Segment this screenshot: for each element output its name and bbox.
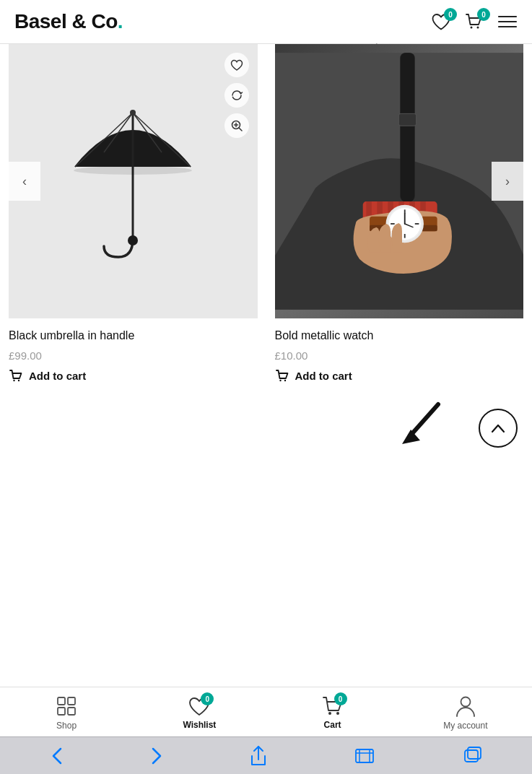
- ios-browser-bar: [0, 736, 532, 774]
- watch-next-button[interactable]: ›: [492, 162, 523, 201]
- svg-rect-58: [465, 750, 478, 762]
- watch-add-to-cart-button[interactable]: Add to cart: [275, 369, 352, 383]
- header: Basel & Co. 0 0: [0, 0, 532, 44]
- nav-cart-button[interactable]: 0 Cart: [308, 695, 358, 730]
- svg-point-46: [284, 380, 285, 381]
- umbrella-prev-button[interactable]: ‹: [9, 162, 40, 201]
- product-grid: ‹ Black umbrella in handle £99.00 Add to…: [0, 44, 532, 397]
- umbrella-price: £99.00: [9, 349, 258, 362]
- logo: Basel & Co.: [14, 10, 123, 33]
- bottom-actions: [0, 397, 532, 455]
- watch-title: Bold metallic watch: [275, 329, 524, 344]
- heart-outline-icon: [230, 59, 243, 71]
- hamburger-icon: [497, 14, 518, 29]
- account-icon-wrap: [455, 695, 476, 718]
- user-icon: [455, 695, 476, 718]
- browser-share-button[interactable]: [243, 739, 274, 773]
- svg-rect-48: [58, 697, 65, 705]
- zoom-icon: [230, 119, 243, 132]
- nav-cart-label: Cart: [324, 720, 341, 730]
- browser-bookmarks-button[interactable]: [349, 741, 380, 771]
- bottom-nav: Shop 0 Wishlist 0 Cart: [0, 687, 532, 736]
- browser-tabs-button[interactable]: [455, 741, 487, 771]
- grid-icon: [55, 695, 78, 718]
- rotate-icon: [230, 89, 243, 102]
- svg-point-21: [18, 380, 19, 381]
- svg-rect-55: [356, 749, 373, 762]
- wishlist-icon-wrap: 0: [188, 695, 211, 717]
- watch-add-to-cart-label: Add to cart: [295, 370, 352, 382]
- svg-point-20: [13, 380, 14, 381]
- browser-back-icon: [51, 746, 64, 766]
- browser-bookmarks-icon: [354, 747, 375, 765]
- svg-rect-44: [398, 113, 416, 126]
- browser-tabs-icon: [461, 747, 481, 765]
- wishlist-badge: 0: [444, 8, 457, 21]
- shop-icon-wrap: [55, 695, 78, 718]
- browser-forward-icon: [150, 746, 163, 766]
- chevron-up-icon: [491, 423, 505, 433]
- watch-price: £10.00: [275, 349, 524, 362]
- nav-shop-label: Shop: [56, 721, 77, 731]
- browser-back-button[interactable]: [45, 740, 69, 772]
- nav-wishlist-button[interactable]: 0 Wishlist: [174, 695, 224, 730]
- svg-point-52: [328, 712, 331, 715]
- watch-person-illustration: [275, 44, 524, 318]
- logo-accent: .: [118, 10, 123, 32]
- zoom-product-button[interactable]: [224, 113, 249, 138]
- svg-line-17: [239, 128, 242, 131]
- header-icons: 0 0: [431, 12, 518, 31]
- svg-point-45: [279, 380, 281, 381]
- cart-button[interactable]: 0: [464, 12, 484, 31]
- svg-rect-59: [468, 747, 481, 759]
- nav-cart-badge: 0: [334, 692, 347, 705]
- umbrella-title: Black umbrella in handle: [9, 329, 258, 344]
- umbrella-overlay-icons: [224, 53, 249, 138]
- svg-marker-47: [402, 430, 420, 444]
- browser-share-icon: [249, 745, 268, 767]
- umbrella-add-to-cart-button[interactable]: Add to cart: [9, 369, 86, 383]
- main-content: ‹ Black umbrella in handle £99.00 Add to…: [0, 44, 532, 542]
- wishlist-button[interactable]: 0: [431, 12, 451, 31]
- svg-point-53: [336, 712, 339, 715]
- product-image-watch: ›: [275, 44, 524, 318]
- nav-shop-button[interactable]: Shop: [41, 695, 92, 731]
- svg-point-15: [74, 166, 192, 175]
- rotate-product-button[interactable]: [224, 83, 249, 108]
- svg-rect-43: [401, 53, 414, 201]
- svg-rect-50: [58, 708, 65, 715]
- product-image-umbrella: ‹: [9, 44, 258, 318]
- cart-nav-icon-wrap: 0: [321, 695, 344, 717]
- svg-point-14: [128, 235, 138, 245]
- annotation-arrow-bottom: [395, 397, 445, 448]
- nav-account-label: My account: [443, 721, 487, 731]
- nav-account-button[interactable]: My account: [440, 695, 491, 731]
- umbrella-illustration: [53, 80, 212, 282]
- svg-rect-49: [68, 697, 75, 705]
- wishlist-product-button[interactable]: [224, 53, 249, 77]
- svg-point-0: [471, 27, 473, 29]
- menu-button[interactable]: [497, 14, 518, 29]
- svg-point-13: [130, 110, 136, 116]
- umbrella-add-to-cart-label: Add to cart: [29, 370, 86, 382]
- product-card-umbrella: ‹ Black umbrella in handle £99.00 Add to…: [0, 44, 266, 397]
- svg-rect-51: [68, 708, 75, 715]
- svg-point-1: [477, 27, 479, 29]
- cart-small-icon-2: [275, 369, 289, 383]
- svg-point-54: [461, 697, 470, 707]
- cart-small-icon: [9, 369, 23, 383]
- nav-wishlist-label: Wishlist: [183, 720, 216, 730]
- cart-badge: 0: [477, 8, 490, 21]
- nav-wishlist-badge: 0: [201, 692, 214, 705]
- scroll-to-top-button[interactable]: [479, 409, 518, 448]
- product-card-watch: › Bold metallic watch £10.00 Add to cart: [266, 44, 533, 397]
- browser-forward-button[interactable]: [144, 740, 169, 772]
- svg-rect-56: [359, 749, 370, 762]
